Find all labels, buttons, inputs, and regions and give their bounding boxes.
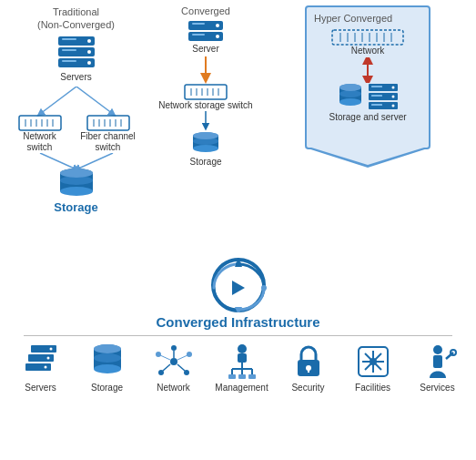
services-icon: [419, 343, 457, 380]
svg-rect-34: [192, 23, 205, 25]
svg-point-1: [87, 39, 91, 43]
bottom-icon-network: Network: [145, 343, 203, 393]
svg-rect-8: [62, 60, 76, 62]
hyper-network-label: Network: [351, 46, 385, 56]
security-icon: [292, 343, 325, 380]
svg-point-49: [193, 145, 218, 152]
svg-line-98: [177, 364, 185, 371]
svg-point-122: [433, 345, 442, 354]
bottom-icon-services: Services: [410, 343, 465, 393]
svg-rect-104: [238, 353, 247, 363]
trad-storage: Storage: [54, 168, 97, 214]
network-switch-item: Network switch: [13, 115, 67, 153]
traditional-column: Traditional (Non-Converged) Servers: [5, 5, 147, 214]
svg-point-99: [156, 352, 161, 357]
svg-point-93: [171, 345, 177, 351]
svg-rect-123: [433, 355, 442, 368]
conv-arrow-down-svg: [197, 56, 215, 84]
svg-point-71: [392, 96, 395, 98]
svg-rect-82: [28, 354, 54, 362]
hyper-storage-svg: [337, 83, 364, 110]
svg-point-4: [87, 50, 91, 54]
hyper-arrow-bottom-inner: [309, 147, 427, 165]
svg-point-33: [216, 24, 219, 27]
storage-icon: [91, 343, 124, 380]
ci-title: Converged Infrastructure: [156, 314, 319, 330]
fiber-switch-svg: [86, 115, 130, 131]
svg-rect-5: [62, 49, 76, 51]
svg-rect-110: [228, 374, 236, 379]
trad-servers-label: Servers: [60, 72, 91, 83]
facilities-label: Facilities: [355, 383, 390, 393]
svg-rect-69: [371, 86, 382, 87]
hyper-storage-server-label: Storage and server: [329, 112, 406, 122]
diagram-section: Traditional (Non-Converged) Servers: [0, 0, 476, 237]
svg-point-103: [238, 344, 247, 353]
fiber-switch-label: Fiber channel switch: [76, 131, 140, 153]
services-label: Services: [420, 383, 454, 393]
management-icon: [223, 343, 261, 380]
server-svg: [56, 36, 96, 68]
svg-rect-83: [25, 363, 51, 371]
trad-server-icon: [56, 36, 96, 70]
svg-point-65: [339, 90, 361, 97]
trad-storage-label: Storage: [54, 200, 97, 214]
svg-point-89: [94, 364, 121, 373]
bottom-icon-security: Security: [281, 343, 336, 393]
main-container: Traditional (Non-Converged) Servers: [0, 0, 476, 460]
svg-point-101: [187, 352, 192, 357]
middle-section: Converged Infrastructure: [0, 244, 476, 335]
conv-switch-item: Network storage switch: [158, 84, 252, 111]
svg-point-74: [392, 105, 395, 107]
servers-icon: [24, 343, 58, 380]
svg-point-92: [170, 358, 177, 365]
svg-point-7: [87, 61, 91, 65]
svg-point-29: [60, 187, 93, 196]
svg-point-84: [49, 348, 52, 351]
svg-rect-81: [31, 345, 56, 353]
storage-label: Storage: [91, 383, 123, 393]
bottom-icons-row: Servers Storage: [0, 336, 476, 396]
network-switch-label: Network switch: [13, 131, 67, 153]
conv-server-svg: [187, 20, 224, 42]
hyper-title: Hyper Converged: [314, 13, 392, 24]
bottom-icon-management: Management: [211, 343, 273, 393]
network-label: Network: [157, 383, 190, 393]
conv-storage: Storage: [189, 131, 221, 168]
security-label: Security: [291, 383, 324, 393]
conv-storage-label: Storage: [189, 157, 221, 168]
network-switch-svg: [18, 115, 62, 131]
conv-server-icon: [187, 20, 224, 44]
hyper-column: Hyper Converged Network: [265, 5, 471, 149]
svg-point-31: [60, 169, 93, 178]
svg-point-36: [216, 35, 219, 38]
facilities-icon: [355, 343, 391, 380]
servers-label: Servers: [25, 383, 56, 393]
svg-point-79: [236, 261, 241, 267]
conv-switch-svg: [184, 84, 228, 100]
svg-rect-75: [371, 104, 382, 106]
svg-point-64: [339, 98, 361, 106]
traditional-title: Traditional (Non-Converged): [37, 5, 115, 32]
svg-rect-2: [62, 38, 76, 40]
svg-rect-112: [248, 374, 256, 379]
svg-line-10: [76, 87, 113, 114]
trad-switch-row: Network switch Fiber channel switch: [13, 115, 140, 153]
management-label: Management: [215, 383, 268, 393]
converged-column: Converged Server: [147, 5, 265, 168]
bottom-icon-facilities: Facilities: [344, 343, 402, 393]
hyper-storage-server-icon: [337, 83, 399, 110]
svg-line-9: [40, 87, 76, 114]
svg-rect-111: [238, 374, 246, 379]
svg-point-51: [193, 132, 218, 139]
svg-rect-37: [192, 34, 205, 36]
hyper-arrow-svg: [359, 57, 377, 83]
svg-line-96: [163, 364, 170, 371]
svg-point-90: [94, 353, 121, 363]
svg-point-66: [339, 84, 361, 91]
svg-point-121: [370, 358, 377, 365]
conv-arrow2-svg: [197, 111, 215, 131]
conv-server-label: Server: [192, 44, 218, 55]
svg-rect-72: [371, 95, 382, 97]
network-icon: [154, 343, 194, 380]
